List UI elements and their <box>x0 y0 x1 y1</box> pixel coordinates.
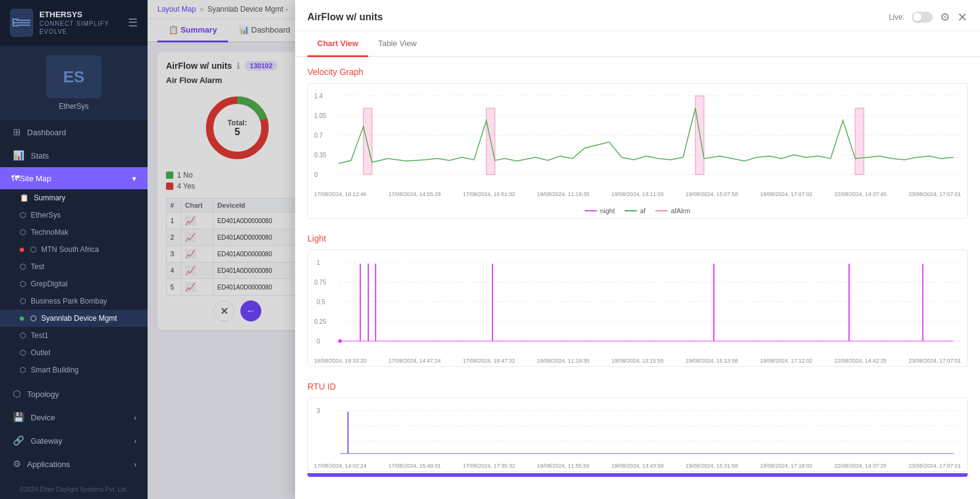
sidebar-item-label: Outlet <box>31 348 50 357</box>
velocity-chart-section: Velocity Graph 1.4 1. <box>307 67 968 219</box>
rtu-title: RTU ID <box>307 382 968 391</box>
svg-text:1: 1 <box>317 259 320 266</box>
arrow-right-icon: › <box>134 413 136 422</box>
sidebar-item-test1[interactable]: ⬡ Test1 <box>0 327 148 344</box>
sidebar-header: E ETHERSYS CONNECT SIMPLIFY EVOLVE ☰ <box>0 0 148 45</box>
velocity-chart-svg: 1.4 1.05 0.7 0.35 0 <box>314 90 961 188</box>
node-icon: ⬡ <box>20 366 26 374</box>
sidebar-item-topology[interactable]: ⬡ Topology <box>0 382 148 406</box>
sidebar-item-label: Gateway <box>31 436 62 446</box>
svg-rect-21 <box>855 108 864 175</box>
sidebar-item-label: Device <box>31 413 55 422</box>
hamburger-icon[interactable]: ☰ <box>128 16 138 29</box>
sidebar-item-smart[interactable]: ⬡ Smart Building <box>0 361 148 379</box>
sidebar-item-bpb[interactable]: ⬡ Business Park Bombay <box>0 293 148 310</box>
company-logo-box: ES <box>46 55 101 98</box>
node-icon: ⬡ <box>20 280 26 288</box>
status-dot-green <box>20 316 24 321</box>
sidebar-item-label: Dashboard <box>27 128 66 137</box>
sidebar-item-label: Smart Building <box>31 366 79 374</box>
svg-text:0.75: 0.75 <box>314 279 326 286</box>
sidebar-item-gateway[interactable]: 🔗 Gateway › <box>0 429 148 452</box>
svg-text:0.5: 0.5 <box>317 299 325 305</box>
rtu-chart-svg: 3 <box>314 404 961 460</box>
company-logo-area: ES EtherSys <box>0 45 148 120</box>
legend-night: night <box>585 207 615 214</box>
sidebar-item-techno[interactable]: ⬡ TechnoMak <box>0 224 148 241</box>
sidebar-item-label: Stats <box>31 151 49 160</box>
tab-table-view[interactable]: Table View <box>368 42 427 57</box>
arrow-right-icon: › <box>134 460 136 469</box>
sidebar-item-stats[interactable]: 📊 Stats <box>0 144 148 167</box>
sitemap-icon: 🗺 <box>11 173 20 183</box>
rtu-chart-wrapper: 3 17/08/2024, 14:02:24 17/08/2024, 15:49… <box>307 398 968 472</box>
sidebar-item-grep[interactable]: ⬡ GrepDigital <box>0 275 148 293</box>
modal-overlay: AirFlow w/ units Live: ⚙ ✕ Chart View Ta… <box>148 42 980 499</box>
topology-icon: ⬡ <box>13 388 21 399</box>
sidebar-item-outlet[interactable]: ⬡ Outlet <box>0 344 148 361</box>
sidebar-item-syann[interactable]: ⬡ Syannlab Device Mgmt <box>0 310 148 327</box>
status-dot-red <box>20 248 24 252</box>
rtu-chart-section: RTU ID 3 <box>307 382 968 477</box>
sidebar-item-summary[interactable]: 📋 Summary <box>0 189 148 206</box>
velocity-title: Velocity Graph <box>307 67 968 77</box>
sidebar-item-label: Applications <box>27 460 70 469</box>
sidebar-item-label: Test <box>31 262 44 271</box>
company-name: EtherSys <box>59 102 89 111</box>
modal-panel: AirFlow w/ units Live: ⚙ ✕ Chart View Ta… <box>295 42 980 499</box>
chevron-down-icon: ▾ <box>132 174 136 183</box>
sidebar-item-ethersys[interactable]: ⬡ EtherSys <box>0 206 148 224</box>
node-icon: ⬡ <box>30 245 36 254</box>
tab-chart-view[interactable]: Chart View <box>307 42 368 57</box>
svg-text:0: 0 <box>314 171 318 178</box>
sidebar-item-label: Test1 <box>31 331 49 340</box>
legend-line-night <box>585 210 597 211</box>
sidebar-item-applications[interactable]: ⚙ Applications › <box>0 452 148 476</box>
app-name: ETHERSYS CONNECT SIMPLIFY EVOLVE <box>39 10 122 36</box>
node-icon: ⬡ <box>20 228 26 237</box>
sidebar-item-label: Topology <box>27 390 59 399</box>
svg-rect-18 <box>363 108 372 175</box>
sidebar-item-label: EtherSys <box>31 211 61 219</box>
node-icon: ⬡ <box>30 314 36 323</box>
sidebar-item-device[interactable]: 💾 Device › <box>0 406 148 429</box>
node-icon: ⬡ <box>20 348 26 357</box>
node-icon: ⬡ <box>20 262 26 271</box>
light-chart-section: Light 1 0.75 <box>307 234 968 367</box>
sidebar-item-label: Business Park Bombay <box>31 297 107 305</box>
sidebar-footer: ©2024 Ether Daylight Systems Pvt. Ltd. <box>0 480 148 499</box>
main-content: Layout Map » Syannlab Device Mgmt - 📋 Su… <box>148 0 980 499</box>
rtu-x-labels: 17/08/2024, 14:02:24 17/08/2024, 15:49:3… <box>314 462 961 471</box>
node-icon: ⬡ <box>20 297 26 305</box>
app-logo: E <box>10 9 33 37</box>
sidebar-item-label: Summary <box>34 194 65 202</box>
gateway-icon: 🔗 <box>13 435 25 446</box>
rtu-indicator-bar <box>307 473 968 477</box>
stats-icon: 📊 <box>13 150 25 161</box>
summary-icon: 📋 <box>20 194 29 202</box>
sidebar-item-dashboard[interactable]: ⊞ Dashboard <box>0 120 148 144</box>
modal-tabs: Chart View Table View <box>295 42 980 57</box>
dashboard-icon: ⊞ <box>13 127 21 138</box>
sidebar-item-label: Syannlab Device Mgmt <box>41 314 117 323</box>
applications-icon: ⚙ <box>13 458 21 470</box>
svg-text:0.35: 0.35 <box>314 152 326 159</box>
sidebar: E ETHERSYS CONNECT SIMPLIFY EVOLVE ☰ ES … <box>0 0 148 499</box>
content-area: AirFlow w/ units ℹ 130102 Air Flow Alarm… <box>148 42 980 499</box>
site-map-label: Site Map <box>20 174 51 183</box>
arrow-right-icon: › <box>134 436 136 446</box>
svg-text:0.25: 0.25 <box>314 318 326 325</box>
velocity-legend: night af afAlrm <box>314 203 961 218</box>
legend-afalrm: afAlrm <box>655 207 690 214</box>
velocity-chart-wrapper: 1.4 1.05 0.7 0.35 0 <box>307 83 968 219</box>
svg-text:1.4: 1.4 <box>314 93 323 100</box>
site-map-toggle[interactable]: 🗺 Site Map ▾ <box>0 167 148 189</box>
svg-text:0: 0 <box>317 338 320 345</box>
legend-line-afalrm <box>655 210 668 211</box>
node-icon: ⬡ <box>20 331 26 340</box>
sidebar-item-test[interactable]: ⬡ Test <box>0 258 148 275</box>
device-icon: 💾 <box>13 412 25 423</box>
sidebar-item-label: TechnoMak <box>31 228 68 237</box>
svg-text:1.05: 1.05 <box>314 112 326 119</box>
sidebar-item-mtn[interactable]: ⬡ MTN South Africa <box>0 241 148 258</box>
